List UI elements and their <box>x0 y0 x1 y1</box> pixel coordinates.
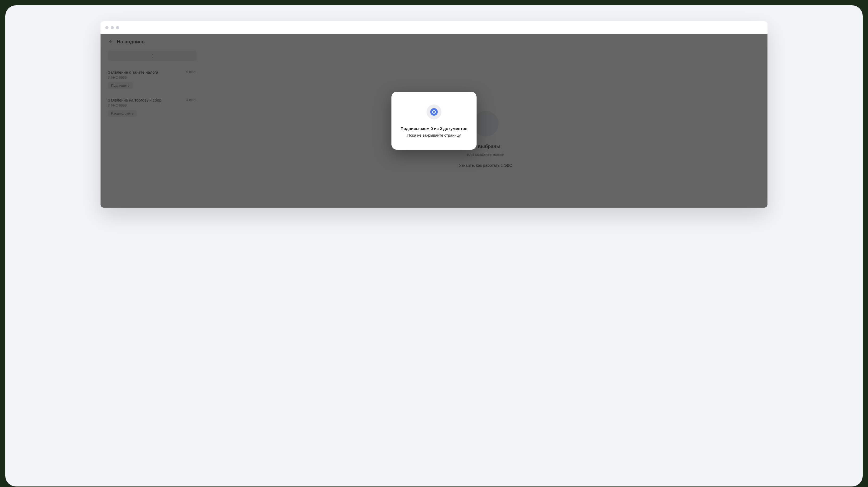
browser-window: На подпись ( Заявление о зачете налога 5… <box>100 21 768 207</box>
window-titlebar <box>100 21 768 34</box>
page-background: На подпись ( Заявление о зачете налога 5… <box>5 5 863 486</box>
modal-icon-ring <box>427 104 441 119</box>
clock-icon <box>430 108 438 116</box>
window-control-maximize[interactable] <box>116 26 119 29</box>
viewport: На подпись ( Заявление о зачете налога 5… <box>100 34 768 207</box>
modal-title: Подписываем 0 из 2 документов <box>399 126 469 131</box>
window-control-close[interactable] <box>105 26 108 29</box>
progress-modal: Подписываем 0 из 2 документов Пока не за… <box>392 92 476 150</box>
window-control-minimize[interactable] <box>111 26 114 29</box>
modal-subtitle: Пока не закрывайте страницу <box>399 133 469 137</box>
